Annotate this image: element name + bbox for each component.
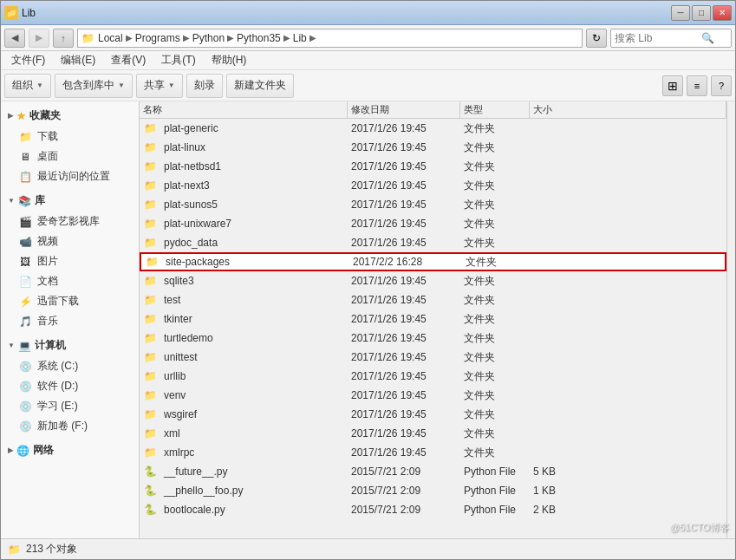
file-name: plat-next3 bbox=[164, 179, 210, 192]
path-programs[interactable]: Programs bbox=[135, 32, 180, 44]
col-header-size[interactable]: 大小 bbox=[530, 101, 726, 118]
table-row[interactable]: 📁 xml 2017/1/26 19:45 文件夹 bbox=[140, 424, 726, 443]
include-library-button[interactable]: 包含到库中 ▼ bbox=[55, 74, 133, 98]
minimize-button[interactable]: ─ bbox=[671, 5, 690, 21]
file-cell-size bbox=[530, 271, 726, 290]
close-button[interactable]: ✕ bbox=[713, 5, 732, 21]
file-name: tkinter bbox=[164, 313, 192, 325]
file-rows: 📁 plat-generic 2017/1/26 19:45 文件夹 📁 pla… bbox=[140, 119, 726, 538]
sidebar-item-video[interactable]: 📹 视频 bbox=[1, 231, 139, 251]
file-icon: 📁 bbox=[143, 198, 157, 212]
pictures-icon: 🖼 bbox=[18, 255, 32, 269]
table-row[interactable]: 📁 plat-sunos5 2017/1/26 19:45 文件夹 bbox=[140, 195, 726, 214]
up-button[interactable]: ↑ bbox=[53, 29, 74, 48]
sidebar-item-f-drive[interactable]: 💿 新加卷 (F:) bbox=[1, 416, 139, 436]
file-cell-type: 文件夹 bbox=[460, 386, 530, 405]
table-row[interactable]: 📁 plat-linux 2017/1/26 19:45 文件夹 bbox=[140, 138, 726, 157]
col-header-type[interactable]: 类型 bbox=[460, 101, 530, 118]
path-python[interactable]: Python bbox=[192, 32, 225, 44]
table-row[interactable]: 🐍 __phello__foo.py 2015/7/21 2:09 Python… bbox=[140, 481, 726, 500]
file-cell-size bbox=[530, 443, 726, 462]
sidebar-item-recent[interactable]: 📋 最近访问的位置 bbox=[1, 166, 139, 186]
sidebar-item-e-drive[interactable]: 💿 学习 (E:) bbox=[1, 396, 139, 416]
col-header-date[interactable]: 修改日期 bbox=[348, 101, 460, 118]
table-row[interactable]: 📁 wsgiref 2017/1/26 19:45 文件夹 bbox=[140, 405, 726, 424]
file-cell-name: 📁 venv bbox=[140, 386, 348, 405]
back-button[interactable]: ◀ bbox=[4, 29, 25, 48]
file-cell-type: 文件夹 bbox=[460, 214, 530, 233]
file-cell-type: 文件夹 bbox=[460, 309, 530, 329]
address-path-container[interactable]: 📁 Local ▶ Programs ▶ Python ▶ Python35 ▶… bbox=[77, 29, 583, 48]
help-button[interactable]: ? bbox=[711, 75, 732, 96]
forward-button[interactable]: ▶ bbox=[29, 29, 49, 48]
computer-arrow-icon: ▼ bbox=[8, 342, 15, 349]
file-cell-date: 2017/1/26 19:45 bbox=[348, 443, 460, 462]
organize-button[interactable]: 组织 ▼ bbox=[4, 74, 51, 98]
menu-help[interactable]: 帮助(H) bbox=[205, 51, 254, 69]
table-row[interactable]: 📁 test 2017/1/26 19:45 文件夹 bbox=[140, 290, 726, 309]
sidebar-item-documents[interactable]: 📄 文档 bbox=[1, 271, 139, 291]
file-cell-size bbox=[530, 290, 726, 309]
maximize-button[interactable]: □ bbox=[692, 5, 711, 21]
address-path: Local ▶ Programs ▶ Python ▶ Python35 ▶ L… bbox=[98, 32, 317, 44]
sidebar-item-downloads[interactable]: 📁 下载 bbox=[1, 127, 139, 147]
sidebar-favorites-header[interactable]: ▶ ★ 收藏夹 bbox=[1, 105, 139, 127]
share-button[interactable]: 共享 ▼ bbox=[136, 74, 183, 98]
sidebar-d-drive-label: 软件 (D:) bbox=[37, 379, 78, 394]
download-folder-icon: 📁 bbox=[18, 130, 32, 144]
path-python35[interactable]: Python35 bbox=[237, 32, 281, 44]
table-row[interactable]: 🐍 __future__.py 2015/7/21 2:09 Python Fi… bbox=[140, 462, 726, 481]
sidebar-item-xunlei[interactable]: ⚡ 迅雷下载 bbox=[1, 291, 139, 311]
new-folder-label: 新建文件夹 bbox=[234, 78, 286, 93]
file-cell-type: 文件夹 bbox=[460, 157, 530, 176]
sidebar-item-c-drive[interactable]: 💿 系统 (C:) bbox=[1, 356, 139, 376]
table-row[interactable]: 🐍 bootlocale.py 2015/7/21 2:09 Python Fi… bbox=[140, 500, 726, 519]
sidebar-library-header[interactable]: ▼ 📚 库 bbox=[1, 190, 139, 212]
file-cell-type: Python File bbox=[460, 500, 530, 519]
table-row[interactable]: 📁 plat-netbsd1 2017/1/26 19:45 文件夹 bbox=[140, 157, 726, 176]
title-bar-controls: ─ □ ✕ bbox=[671, 5, 732, 21]
file-cell-type: 文件夹 bbox=[460, 119, 530, 138]
table-row[interactable]: 📁 xmlrpc 2017/1/26 19:45 文件夹 bbox=[140, 443, 726, 462]
sidebar-computer-header[interactable]: ▼ 💻 计算机 bbox=[1, 335, 139, 356]
file-cell-name: 📁 tkinter bbox=[140, 309, 348, 329]
new-folder-button[interactable]: 新建文件夹 bbox=[226, 74, 294, 98]
file-icon: 🐍 bbox=[143, 484, 157, 498]
table-row[interactable]: 📁 pydoc_data 2017/1/26 19:45 文件夹 bbox=[140, 233, 726, 252]
burn-button[interactable]: 刻录 bbox=[186, 74, 223, 98]
table-row[interactable]: 📁 tkinter 2017/1/26 19:45 文件夹 bbox=[140, 309, 726, 329]
table-row[interactable]: 📁 urllib 2017/1/26 19:45 文件夹 bbox=[140, 367, 726, 386]
search-icon[interactable]: 🔍 bbox=[701, 32, 714, 44]
sidebar-documents-label: 文档 bbox=[37, 274, 58, 289]
scrollbar-right[interactable] bbox=[726, 101, 735, 538]
file-icon: 📁 bbox=[143, 293, 157, 307]
file-cell-type: 文件夹 bbox=[460, 138, 530, 157]
table-row[interactable]: 📁 sqlite3 2017/1/26 19:45 文件夹 bbox=[140, 271, 726, 290]
search-input[interactable] bbox=[615, 32, 701, 44]
sidebar-item-d-drive[interactable]: 💿 软件 (D:) bbox=[1, 376, 139, 396]
file-cell-type: 文件夹 bbox=[460, 290, 530, 309]
path-local[interactable]: Local bbox=[98, 32, 123, 44]
sidebar-item-aiqiyi[interactable]: 🎬 爱奇艺影视库 bbox=[1, 212, 139, 231]
table-row[interactable]: 📁 unittest 2017/1/26 19:45 文件夹 bbox=[140, 348, 726, 367]
table-row[interactable]: 📁 plat-next3 2017/1/26 19:45 文件夹 bbox=[140, 176, 726, 195]
table-row[interactable]: 📁 turtledemo 2017/1/26 19:45 文件夹 bbox=[140, 329, 726, 348]
menu-edit[interactable]: 编辑(E) bbox=[54, 51, 102, 69]
sidebar-item-pictures[interactable]: 🖼 图片 bbox=[1, 251, 139, 271]
file-cell-date: 2015/7/21 2:09 bbox=[348, 500, 460, 519]
sidebar-network-header[interactable]: ▶ 🌐 网络 bbox=[1, 440, 139, 461]
menu-tools[interactable]: 工具(T) bbox=[154, 51, 202, 69]
menu-view[interactable]: 查看(V) bbox=[104, 51, 153, 69]
table-row[interactable]: 📁 venv 2017/1/26 19:45 文件夹 bbox=[140, 386, 726, 405]
table-row[interactable]: 📁 site-packages 2017/2/2 16:28 文件夹 bbox=[140, 252, 726, 271]
sidebar-item-music[interactable]: 🎵 音乐 bbox=[1, 311, 139, 331]
col-header-name[interactable]: 名称 bbox=[140, 101, 348, 118]
menu-file[interactable]: 文件(F) bbox=[4, 51, 52, 69]
refresh-button[interactable]: ↻ bbox=[586, 29, 607, 48]
view-toggle-button[interactable]: ⊞ bbox=[662, 75, 683, 96]
table-row[interactable]: 📁 plat-unixware7 2017/1/26 19:45 文件夹 bbox=[140, 214, 726, 233]
sidebar-item-desktop[interactable]: 🖥 桌面 bbox=[1, 147, 139, 166]
table-row[interactable]: 📁 plat-generic 2017/1/26 19:45 文件夹 bbox=[140, 119, 726, 138]
view-list-button[interactable]: ≡ bbox=[687, 75, 707, 96]
path-lib[interactable]: Lib bbox=[293, 32, 307, 44]
